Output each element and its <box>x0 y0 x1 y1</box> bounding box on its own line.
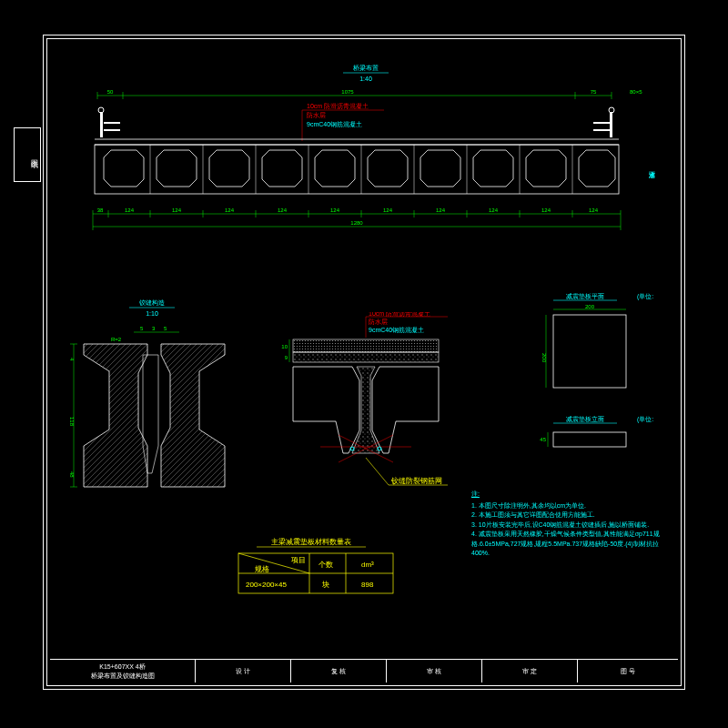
note-2: 2. 本施工图须与其它详图配合使用方能施工. <box>471 511 662 521</box>
bridge-cross-section: 桥梁布置 1:40 50 1075 75 80×5 10cm 防滑沥青混凝土 防… <box>47 57 684 294</box>
svg-text:项目: 项目 <box>291 556 306 564</box>
svg-text:200×200×45: 200×200×45 <box>246 581 287 589</box>
note-4: 4. 减震垫板采用天然橡胶,干燥气候条件类型值,其性能满足σp711规格.6.0… <box>471 530 662 559</box>
svg-text:124: 124 <box>278 207 288 213</box>
svg-rect-87 <box>553 315 626 388</box>
svg-text:块: 块 <box>321 581 329 589</box>
svg-text:124: 124 <box>172 207 182 213</box>
svg-text:124: 124 <box>225 207 235 213</box>
dim-total: 1280 <box>350 220 363 226</box>
tb-check: 复 核 <box>291 660 387 682</box>
svg-text:200: 200 <box>541 353 547 363</box>
svg-text:3: 3 <box>152 326 156 331</box>
dim-span-1: 124 <box>125 207 135 213</box>
svg-text:10: 10 <box>281 344 288 349</box>
tb-sheet-no: 图 号 <box>578 660 678 682</box>
svg-rect-72 <box>293 339 439 352</box>
svg-text:dm³: dm³ <box>361 561 374 569</box>
main-scale: 1:40 <box>359 76 372 82</box>
svg-rect-95 <box>553 432 626 447</box>
deck-detail: 10cm 防滑沥青混凝土 防水层 9cmC40钢筋混凝土 10 9 铰缝防裂钢筋… <box>266 312 466 531</box>
svg-text:5: 5 <box>164 326 167 331</box>
dim-top-left: 50 <box>107 89 114 95</box>
layer-3: 9cmC40钢筋混凝土 <box>307 121 362 127</box>
svg-text:124: 124 <box>541 207 551 213</box>
svg-text:(单位:mm): (单位:mm) <box>637 416 653 423</box>
layer-1: 10cm 防滑沥青混凝土 <box>307 103 369 109</box>
svg-text:R=2: R=2 <box>111 337 122 342</box>
notes-header: 注: <box>471 490 662 500</box>
svg-text:124: 124 <box>330 207 340 213</box>
binding-tab: 图 纸 <box>14 127 41 182</box>
svg-text:防水层: 防水层 <box>369 318 388 325</box>
guardrail-left <box>98 107 120 137</box>
bearing-plan: 减震垫板平面 (单位:mm) 200 200 <box>535 289 653 408</box>
svg-text:124: 124 <box>589 207 599 213</box>
voids <box>104 150 615 187</box>
svg-rect-73 <box>293 352 439 362</box>
tb-approve: 审 定 <box>482 660 578 682</box>
svg-text:124: 124 <box>489 207 499 213</box>
joint-detail: 铰缝构造 1:10 5 3 5 R=2 118 4 48 <box>61 294 270 512</box>
main-title: 桥梁布置 <box>352 65 379 71</box>
svg-text:10cm 防滑沥青混凝土: 10cm 防滑沥青混凝土 <box>369 312 430 317</box>
bearing-elev: 减震垫板立面 (单位:mm) 45 <box>535 412 653 467</box>
binding-label: 图 纸 <box>30 154 38 156</box>
note-3: 3. 10片板安装完毕后,设C40钢筋混凝土铰缝插后,施以桥面铺装. <box>471 521 662 531</box>
tb-design: 设 计 <box>196 660 291 682</box>
svg-rect-10 <box>610 112 612 137</box>
dim-top-far: 80×5 <box>630 89 642 95</box>
dim-edge-l: 38 <box>97 207 104 213</box>
title-block: K15+607XX 4桥 桥梁布置及铰缝构造图 设 计 复 核 审 核 审 定 … <box>50 659 678 682</box>
svg-text:减震垫板立面: 减震垫板立面 <box>566 416 604 423</box>
dim-top-right: 75 <box>591 89 597 95</box>
svg-text:减震垫板平面: 减震垫板平面 <box>566 293 604 300</box>
svg-rect-6 <box>100 112 103 137</box>
note-1: 1. 本图尺寸除注明外,其余均以cm为单位. <box>471 501 662 511</box>
svg-text:9cmC40钢筋混凝土: 9cmC40钢筋混凝土 <box>369 327 424 333</box>
joint-scale: 1:10 <box>146 310 158 317</box>
rebar-callout: 铰缝防裂钢筋网 <box>390 477 442 485</box>
tb-review: 审 核 <box>387 660 482 682</box>
guardrail-right <box>593 107 614 137</box>
svg-text:48: 48 <box>69 471 75 478</box>
svg-text:个数: 个数 <box>318 561 333 569</box>
svg-text:(单位:mm): (单位:mm) <box>637 293 653 300</box>
svg-text:9: 9 <box>285 355 288 360</box>
dim-top-center: 1075 <box>341 89 354 95</box>
material-table: 主梁减震垫板材料数量表 规格 项目 个数 dm³ 200×200×45 块 89… <box>229 535 411 608</box>
svg-text:124: 124 <box>436 207 446 213</box>
layer-2: 防水层 <box>307 112 326 118</box>
svg-text:200: 200 <box>585 304 595 309</box>
drawing-frame: 桥梁布置 1:40 50 1075 75 80×5 10cm 防滑沥青混凝土 防… <box>43 35 685 690</box>
svg-text:规格: 规格 <box>255 565 269 573</box>
joint-title: 铰缝构造 <box>138 299 165 307</box>
svg-text:118: 118 <box>69 417 75 427</box>
flow-label: 水准下游 <box>650 171 656 178</box>
svg-text:5: 5 <box>140 326 144 331</box>
svg-text:898: 898 <box>361 581 374 589</box>
drawing-area: 桥梁布置 1:40 50 1075 75 80×5 10cm 防滑沥青混凝土 防… <box>46 38 682 686</box>
svg-text:45: 45 <box>540 437 546 442</box>
svg-line-82 <box>366 458 389 485</box>
notes-block: 注: 1. 本图尺寸除注明外,其余均以cm为单位. 2. 本施工图须与其它详图配… <box>471 490 662 559</box>
tb-project: K15+607XX 4桥 桥梁布置及铰缝构造图 <box>50 660 196 682</box>
svg-text:124: 124 <box>383 207 393 213</box>
svg-text:主梁减震垫板材料数量表: 主梁减震垫板材料数量表 <box>271 538 351 546</box>
